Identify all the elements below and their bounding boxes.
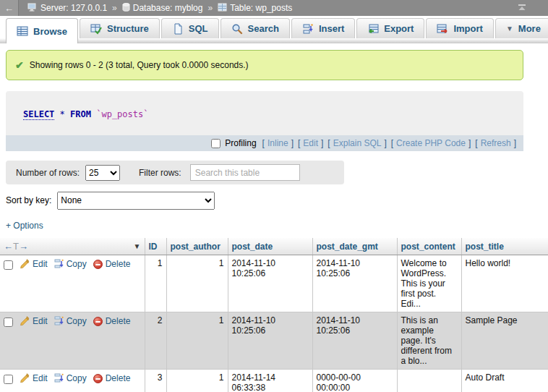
- sort-by-key-label: Sort by key:: [6, 195, 51, 205]
- table-header-row: ←T→ ▼ ID post_author post_date post_date…: [0, 238, 548, 255]
- number-of-rows-select[interactable]: 25: [85, 165, 120, 181]
- row-checkbox[interactable]: [4, 375, 13, 384]
- cell-post-content: [397, 370, 461, 392]
- tab-browse-label: Browse: [33, 26, 67, 37]
- tab-export-label: Export: [384, 23, 414, 34]
- options-toggle-link[interactable]: + Options: [6, 221, 43, 231]
- column-header-post-date-gmt[interactable]: post_date_gmt: [312, 238, 397, 255]
- tab-more-label: More: [518, 23, 541, 34]
- tab-sql-label: SQL: [189, 23, 208, 34]
- column-header-post-content[interactable]: post_content: [397, 238, 461, 255]
- delete-row-link[interactable]: Delete: [93, 259, 131, 269]
- browse-icon: [17, 25, 28, 37]
- chevron-down-icon: ▼: [506, 25, 513, 33]
- table-row: Edit Copy Delete 2 1 2014-11-10 10:25:06…: [0, 312, 548, 370]
- cell-post-date-gmt: 2014-11-10 10:25:06: [312, 312, 397, 370]
- profiling-label[interactable]: Profiling: [225, 138, 256, 148]
- sql-query: SELECT * FROM `wp_posts`: [6, 91, 523, 135]
- table-row: Edit Copy Delete 1 1 2014-11-10 10:25:06…: [0, 255, 548, 312]
- cell-post-title: Sample Page: [461, 312, 548, 370]
- column-header-post-title[interactable]: post_title: [461, 238, 548, 255]
- breadcrumb-table[interactable]: Table: wp_posts: [218, 3, 292, 14]
- sql-icon: [172, 23, 184, 35]
- query-toolbar: Profiling [ Inline ] [ Edit ] [ Explain …: [6, 135, 523, 151]
- transpose-control[interactable]: ←T→: [4, 241, 28, 252]
- sort-by-key-select[interactable]: None: [57, 192, 215, 210]
- tab-insert[interactable]: Insert: [291, 18, 355, 38]
- create-php-code-link[interactable]: Create PHP Code: [396, 138, 466, 148]
- back-button[interactable]: ←: [0, 0, 19, 16]
- cell-post-content: This is an example page. It's different …: [397, 312, 461, 370]
- server-icon: [27, 3, 38, 14]
- row-checkbox[interactable]: [4, 260, 13, 270]
- cell-post-title: Auto Draft: [461, 370, 548, 392]
- tab-search[interactable]: Search: [221, 18, 290, 38]
- filter-rows-label: Filter rows:: [139, 168, 181, 178]
- delete-row-link[interactable]: Delete: [93, 316, 131, 326]
- bracket: [: [475, 138, 477, 148]
- breadcrumb-bar: ← Server: 127.0.0.1 » Database: myblog »…: [0, 0, 548, 16]
- bracket: [: [262, 138, 265, 148]
- tab-more[interactable]: ▼ More: [495, 18, 548, 38]
- pencil-icon: [20, 259, 30, 269]
- column-header-post-date[interactable]: post_date: [228, 238, 312, 255]
- cell-post-author: 1: [166, 255, 228, 312]
- breadcrumb-database[interactable]: Database: myblog: [122, 3, 203, 14]
- column-actions-dropdown-icon[interactable]: ▼: [134, 242, 141, 250]
- bracket: ]: [321, 138, 323, 148]
- delete-icon: [93, 317, 103, 326]
- cell-id: 1: [145, 255, 166, 312]
- sql-keyword-from: FROM: [70, 109, 91, 119]
- inline-link[interactable]: Inline: [267, 138, 288, 148]
- cell-id: 3: [145, 370, 166, 392]
- bracket: [: [391, 138, 393, 148]
- copy-row-link[interactable]: Copy: [54, 259, 87, 269]
- tab-browse[interactable]: Browse: [6, 18, 78, 43]
- collapse-top-icon[interactable]: [516, 1, 528, 15]
- column-header-post-author[interactable]: post_author: [166, 238, 228, 255]
- bracket: ]: [291, 138, 294, 148]
- sql-star: *: [60, 109, 65, 119]
- bracket: [: [327, 138, 330, 148]
- profiling-checkbox[interactable]: [211, 139, 221, 148]
- copy-row-link[interactable]: Copy: [54, 373, 87, 383]
- edit-row-link[interactable]: Edit: [20, 316, 48, 326]
- cell-post-date: 2014-11-14 06:33:38: [228, 370, 312, 392]
- tab-export[interactable]: Export: [356, 18, 424, 38]
- cell-post-author: 1: [166, 312, 228, 370]
- tab-bar: Browse Structure SQL Search Insert: [0, 16, 548, 43]
- row-checkbox[interactable]: [4, 318, 13, 327]
- copy-icon: [54, 373, 64, 383]
- cell-post-date-gmt: 2014-11-10 10:25:06: [312, 255, 397, 312]
- delete-icon: [93, 260, 103, 269]
- breadcrumb-separator: »: [112, 3, 117, 13]
- copy-row-link[interactable]: Copy: [54, 316, 87, 326]
- edit-query-link[interactable]: Edit: [303, 138, 318, 148]
- database-icon: [122, 3, 130, 14]
- sql-keyword-select: SELECT: [23, 109, 54, 120]
- cell-post-content: Welcome to WordPress. This is your first…: [397, 255, 461, 312]
- back-arrow-icon: ←: [4, 3, 14, 14]
- edit-row-link[interactable]: Edit: [20, 373, 48, 383]
- table-icon: [218, 3, 227, 14]
- sort-row: Sort by key: None: [6, 191, 548, 210]
- refresh-link[interactable]: Refresh: [481, 138, 511, 148]
- cell-post-date-gmt: 0000-00-00 00:00:00: [312, 370, 397, 392]
- bracket: [: [298, 138, 300, 148]
- explain-sql-link[interactable]: Explain SQL: [333, 138, 382, 148]
- edit-row-link[interactable]: Edit: [20, 259, 48, 269]
- copy-icon: [54, 259, 64, 269]
- tab-import[interactable]: Import: [426, 18, 493, 38]
- filter-rows-input[interactable]: [190, 164, 300, 181]
- breadcrumb-table-label: Table: wp_posts: [230, 3, 292, 13]
- cell-post-date: 2014-11-10 10:25:06: [228, 312, 312, 370]
- tab-sql[interactable]: SQL: [161, 18, 219, 38]
- tab-structure[interactable]: Structure: [80, 18, 160, 38]
- breadcrumb-server[interactable]: Server: 127.0.0.1: [27, 3, 107, 14]
- column-header-id[interactable]: ID: [145, 238, 166, 255]
- bracket: ]: [468, 138, 471, 148]
- export-icon: [367, 23, 379, 35]
- breadcrumb-separator: »: [207, 3, 213, 13]
- cell-post-author: 1: [166, 370, 228, 392]
- delete-row-link[interactable]: Delete: [93, 373, 131, 383]
